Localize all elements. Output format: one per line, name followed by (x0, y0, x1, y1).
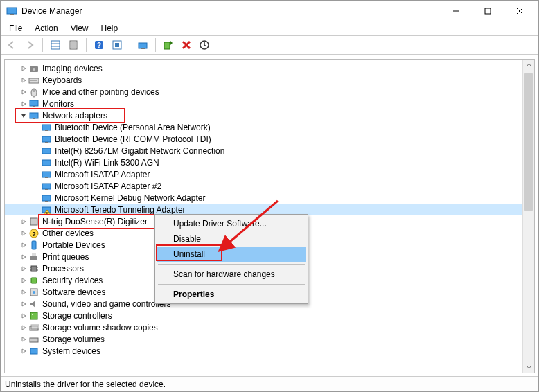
expand-toggle[interactable] (19, 77, 28, 84)
tree-item[interactable]: Imaging devices (5, 62, 522, 74)
hid-icon (28, 216, 39, 227)
tree-item[interactable]: Microsoft ISATAP Adapter #2 (5, 180, 522, 192)
tree-item-label: Intel(R) 82567LM Gigabit Network Connect… (55, 146, 229, 156)
menu-separator (158, 284, 305, 285)
tree-item[interactable]: Monitors (5, 98, 522, 109)
tree-item-label: Bluetooth Device (Personal Area Network) (55, 123, 215, 132)
svg-rect-35 (42, 136, 51, 142)
svg-text:!: ! (46, 211, 48, 215)
expand-toggle[interactable] (19, 89, 28, 96)
scroll-down-icon[interactable] (523, 361, 534, 373)
tree-item[interactable]: Mice and other pointing devices (5, 86, 522, 98)
svg-rect-33 (42, 125, 51, 130)
expand-toggle[interactable] (19, 112, 28, 119)
action-center-button[interactable] (109, 37, 125, 53)
expand-toggle[interactable] (19, 242, 28, 249)
tree-item[interactable]: Storage volumes (5, 333, 522, 345)
expand-toggle[interactable] (19, 301, 28, 308)
security-icon (28, 275, 39, 286)
svg-rect-46 (45, 201, 48, 202)
tree-item[interactable]: Network adapters (5, 109, 522, 121)
tree-item-label: Microsoft ISATAP Adapter (55, 170, 154, 179)
svg-rect-30 (33, 106, 35, 107)
update-driver-button[interactable] (134, 37, 151, 53)
context-menu-item[interactable]: Update Driver Software... (157, 216, 306, 231)
properties-sheet-button[interactable] (65, 37, 82, 53)
tree-item[interactable]: Keyboards (5, 74, 522, 86)
tree-item-label: Bluetooth Device (RFCOMM Protocol TDI) (55, 134, 215, 144)
expand-toggle[interactable] (19, 277, 28, 284)
expand-toggle[interactable] (19, 100, 28, 107)
tree-item[interactable]: Storage controllers (5, 310, 522, 321)
svg-rect-31 (30, 113, 38, 118)
status-bar: Uninstalls the driver for the selected d… (1, 376, 538, 391)
context-menu-item[interactable]: Disable (157, 231, 306, 247)
expand-toggle[interactable] (19, 336, 28, 343)
menu-view[interactable]: View (65, 23, 94, 34)
svg-rect-63 (30, 312, 37, 319)
expand-toggle[interactable] (19, 253, 28, 260)
svg-rect-40 (45, 166, 48, 166)
tree-item[interactable]: System devices (5, 345, 522, 357)
svg-rect-0 (7, 8, 17, 14)
window-title: Device Manager (21, 6, 82, 16)
app-icon (6, 6, 17, 17)
svg-rect-18 (141, 48, 145, 49)
expand-toggle[interactable] (19, 348, 28, 355)
svg-rect-67 (30, 338, 38, 342)
tree-item-label: Security devices (42, 276, 107, 285)
svg-rect-45 (42, 195, 51, 201)
context-menu-item[interactable]: Scan for hardware changes (157, 267, 306, 282)
scan-hardware-button[interactable] (196, 37, 213, 53)
expand-toggle[interactable] (19, 289, 28, 296)
menu-action[interactable]: Action (29, 23, 63, 34)
scroll-thumb[interactable] (524, 73, 533, 211)
status-text: Uninstalls the driver for the selected d… (5, 380, 166, 389)
tree-item[interactable]: Bluetooth Device (Personal Area Network) (5, 121, 522, 133)
toolbar: ? (1, 35, 538, 55)
expand-toggle[interactable] (19, 230, 28, 237)
context-menu-item[interactable]: Uninstall (157, 247, 306, 262)
tree-item-label: Microsoft Teredo Tunneling Adapter (55, 205, 190, 215)
tree-item[interactable]: Intel(R) WiFi Link 5300 AGN (5, 157, 522, 168)
back-button[interactable] (3, 37, 20, 53)
context-menu-item[interactable]: Properties (157, 287, 306, 302)
svg-rect-6 (51, 41, 60, 49)
expand-toggle[interactable] (19, 218, 28, 225)
vertical-scrollbar[interactable] (522, 60, 534, 373)
enable-button[interactable] (160, 37, 177, 53)
menu-help[interactable]: Help (96, 23, 124, 34)
expand-toggle[interactable] (19, 324, 28, 331)
forward-button[interactable] (21, 37, 38, 53)
show-hide-tree-button[interactable] (47, 37, 64, 53)
svg-rect-42 (45, 177, 48, 178)
help-button[interactable]: ? (91, 37, 107, 53)
tree-item[interactable]: Microsoft Kernel Debug Network Adapter (5, 192, 522, 204)
scroll-track[interactable] (523, 71, 534, 361)
tree-item-label: Microsoft Kernel Debug Network Adapter (55, 193, 209, 203)
close-button[interactable] (504, 1, 536, 21)
svg-rect-55 (31, 266, 37, 271)
svg-point-62 (33, 291, 35, 294)
svg-rect-54 (32, 253, 36, 256)
tree-item[interactable]: Intel(R) 82567LM Gigabit Network Connect… (5, 145, 522, 157)
scroll-up-icon[interactable] (523, 60, 534, 71)
tree-item[interactable]: Microsoft ISATAP Adapter (5, 168, 522, 180)
maximize-button[interactable] (472, 1, 504, 21)
tree-item[interactable]: Storage volume shadow copies (5, 321, 522, 333)
menu-file[interactable]: File (3, 23, 28, 34)
minimize-button[interactable] (440, 1, 472, 21)
tree-item-label: Imaging devices (42, 64, 107, 73)
uninstall-button[interactable] (178, 37, 195, 53)
portable-icon (28, 240, 39, 251)
expand-toggle[interactable] (19, 312, 28, 319)
svg-rect-43 (42, 184, 51, 189)
expand-toggle[interactable] (19, 65, 28, 72)
cpu-icon (28, 263, 39, 274)
svg-rect-49 (30, 218, 37, 225)
expand-toggle[interactable] (19, 265, 28, 272)
svg-rect-34 (45, 130, 48, 131)
tree-item[interactable]: Bluetooth Device (RFCOMM Protocol TDI) (5, 133, 522, 145)
camera-icon (28, 63, 39, 74)
svg-rect-60 (31, 278, 37, 283)
